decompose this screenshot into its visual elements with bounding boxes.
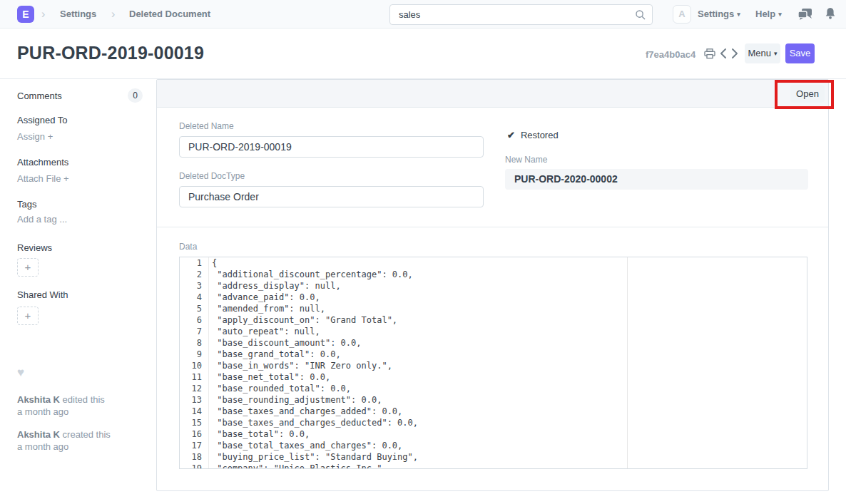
prev-doc-icon[interactable] — [720, 48, 727, 59]
deleted-name-input[interactable] — [179, 136, 484, 158]
new-name-value: PUR-ORD-2020-00002 — [505, 169, 808, 190]
settings-menu[interactable]: Settings▾ — [698, 9, 740, 19]
line-content: "base_taxes_and_charges_added": 0.0, — [209, 406, 402, 417]
line-content: "address_display": null, — [209, 280, 341, 292]
code-line[interactable]: 6 "apply_discount_on": "Grand Total", — [180, 314, 807, 326]
restored-label: Restored — [521, 130, 559, 140]
page-head: PUR-ORD-2019-00019 f7ea4b0ac4 Menu▾ Save — [0, 29, 846, 79]
deleted-doctype-input[interactable] — [179, 186, 484, 207]
code-line[interactable]: 15 "base_taxes_and_charges_deducted": 0.… — [180, 417, 807, 428]
search-input[interactable] — [390, 5, 652, 24]
code-line[interactable]: 11 "base_net_total": 0.0, — [180, 371, 807, 383]
help-menu[interactable]: Help▾ — [755, 9, 782, 19]
code-line[interactable]: 9 "base_grand_total": 0.0, — [180, 349, 807, 360]
reviews-heading: Reviews — [17, 242, 52, 253]
attachments-heading: Attachments — [17, 157, 68, 168]
global-search — [389, 4, 653, 25]
code-line[interactable]: 4 "advance_paid": 0.0, — [180, 292, 807, 303]
line-content: "base_grand_total": 0.0, — [209, 349, 341, 360]
line-content: "base_rounded_total": 0.0, — [209, 383, 351, 394]
line-number: 10 — [180, 360, 209, 371]
line-content: "apply_discount_on": "Grand Total", — [209, 314, 397, 326]
code-line[interactable]: 2 "additional_discount_percentage": 0.0, — [180, 269, 807, 280]
line-content: { — [209, 257, 217, 269]
code-line[interactable]: 12 "base_rounded_total": 0.0, — [180, 383, 807, 394]
comments-row[interactable]: Comments 0 — [17, 88, 143, 103]
line-number: 9 — [180, 349, 209, 360]
open-button[interactable]: Open — [790, 85, 825, 103]
line-content: "company": "Unico Plastics Inc.", — [209, 463, 387, 469]
line-number: 6 — [180, 314, 209, 326]
assign-link[interactable]: Assign + — [17, 131, 53, 142]
line-content: "base_discount_amount": 0.0, — [209, 337, 362, 349]
code-line[interactable]: 19 "company": "Unico Plastics Inc.", — [180, 463, 807, 469]
deleted-name-label: Deleted Name — [179, 121, 234, 131]
code-line[interactable]: 10 "base_in_words": "INR Zero only.", — [180, 360, 807, 371]
line-number: 14 — [180, 406, 209, 417]
line-content: "additional_discount_percentage": 0.0, — [209, 269, 413, 280]
code-line[interactable]: 8 "base_discount_amount": 0.0, — [180, 337, 807, 349]
activity-user: Akshita K — [17, 394, 60, 405]
activity-action: edited this — [63, 394, 105, 405]
navbar: E › Settings › Deleted Document A Settin… — [0, 0, 846, 29]
code-line[interactable]: 1 { — [180, 257, 807, 269]
page: E › Settings › Deleted Document A Settin… — [0, 0, 846, 504]
code-line[interactable]: 3 "address_display": null, — [180, 280, 807, 292]
next-doc-icon[interactable] — [731, 48, 738, 59]
assigned-to-heading: Assigned To — [17, 115, 68, 125]
line-number: 12 — [180, 383, 209, 394]
user-avatar[interactable]: A — [673, 5, 691, 24]
deleted-doctype-label: Deleted DocType — [179, 171, 245, 181]
page-title: PUR-ORD-2019-00019 — [17, 43, 204, 63]
code-line[interactable]: 7 "auto_repeat": null, — [180, 326, 807, 337]
code-line[interactable]: 14 "base_taxes_and_charges_added": 0.0, — [180, 406, 807, 417]
help-menu-label: Help — [755, 9, 775, 19]
line-number: 13 — [180, 394, 209, 406]
comments-count-badge: 0 — [128, 88, 143, 103]
breadcrumb-settings[interactable]: Settings — [60, 9, 96, 19]
search-icon[interactable] — [635, 9, 646, 21]
doc-hash: f7ea4b0ac4 — [646, 49, 695, 60]
code-line[interactable]: 18 "buying_price_list": "Standard Buying… — [180, 451, 807, 463]
save-button[interactable]: Save — [785, 43, 815, 63]
add-share-button[interactable]: + — [17, 307, 39, 325]
activity-when: a month ago — [17, 406, 68, 417]
data-code-editor[interactable]: 1 { 2 "additional_discount_percentage": … — [179, 257, 807, 469]
code-line[interactable]: 17 "base_total_taxes_and_charges": 0.0, — [180, 440, 807, 451]
form-toolbar: Open — [157, 80, 828, 108]
code-line[interactable]: 5 "amended_from": null, — [180, 303, 807, 314]
check-icon: ✔ — [507, 130, 515, 140]
print-icon[interactable] — [704, 48, 715, 59]
menu-button[interactable]: Menu▾ — [745, 43, 780, 63]
menu-button-label: Menu — [748, 48, 771, 58]
code-line[interactable]: 16 "base_total": 0.0, — [180, 428, 807, 440]
form-sidebar: Comments 0 Assigned To Assign + Attachme… — [17, 79, 143, 493]
line-content: "amended_from": null, — [209, 303, 325, 314]
activity-entry: Akshita K edited this a month ago — [17, 394, 143, 418]
line-content: "auto_repeat": null, — [209, 326, 320, 337]
comments-label: Comments — [17, 91, 62, 101]
line-content: "advance_paid": 0.0, — [209, 292, 320, 303]
line-number: 4 — [180, 292, 209, 303]
line-number: 1 — [180, 257, 209, 269]
app-logo[interactable]: E — [17, 6, 34, 23]
code-editor-lines: 1 { 2 "additional_discount_percentage": … — [180, 257, 807, 469]
line-number: 3 — [180, 280, 209, 292]
like-heart-icon[interactable]: ♥ — [17, 366, 24, 380]
line-content: "base_total_taxes_and_charges": 0.0, — [209, 440, 402, 451]
add-tag-link[interactable]: Add a tag ... — [17, 214, 67, 225]
chat-icon[interactable] — [797, 8, 813, 21]
activity-action: created this — [63, 429, 111, 440]
breadcrumb-deleted-document[interactable]: Deleted Document — [129, 9, 210, 19]
restored-checkbox[interactable]: ✔Restored — [507, 130, 559, 140]
attach-file-link[interactable]: Attach File + — [17, 173, 69, 184]
bell-icon[interactable] — [825, 7, 836, 20]
activity-when: a month ago — [17, 441, 68, 452]
chevron-down-icon: ▾ — [778, 11, 782, 18]
line-number: 7 — [180, 326, 209, 337]
code-line[interactable]: 13 "base_rounding_adjustment": 0.0, — [180, 394, 807, 406]
line-number: 16 — [180, 428, 209, 440]
breadcrumb-chevron-icon: › — [111, 6, 115, 22]
line-content: "base_net_total": 0.0, — [209, 371, 330, 383]
add-review-button[interactable]: + — [17, 258, 39, 277]
